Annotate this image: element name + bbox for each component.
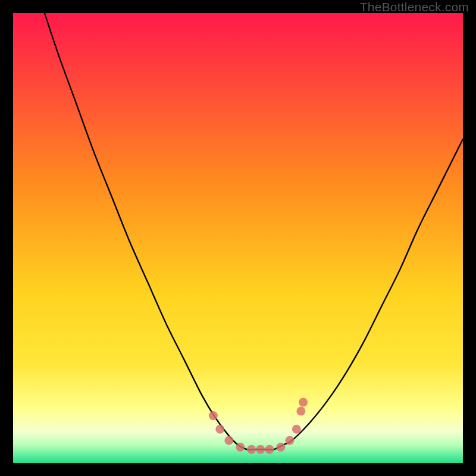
curve-marker: [296, 407, 305, 416]
curve-marker: [265, 445, 274, 454]
curve-marker: [224, 436, 233, 445]
bottleneck-chart: [13, 13, 463, 463]
curve-marker: [247, 445, 256, 454]
plot-area: [13, 13, 463, 463]
curve-marker: [299, 397, 308, 406]
watermark-label: TheBottleneck.com: [360, 0, 469, 14]
curve-marker: [276, 443, 285, 452]
chart-frame: TheBottleneck.com: [0, 0, 476, 476]
curve-marker: [292, 425, 301, 434]
curve-marker: [215, 425, 224, 434]
curve-marker: [256, 445, 265, 454]
curve-marker: [236, 443, 245, 452]
curve-marker: [285, 436, 294, 445]
gradient-background: [13, 13, 463, 463]
curve-marker: [209, 411, 218, 420]
